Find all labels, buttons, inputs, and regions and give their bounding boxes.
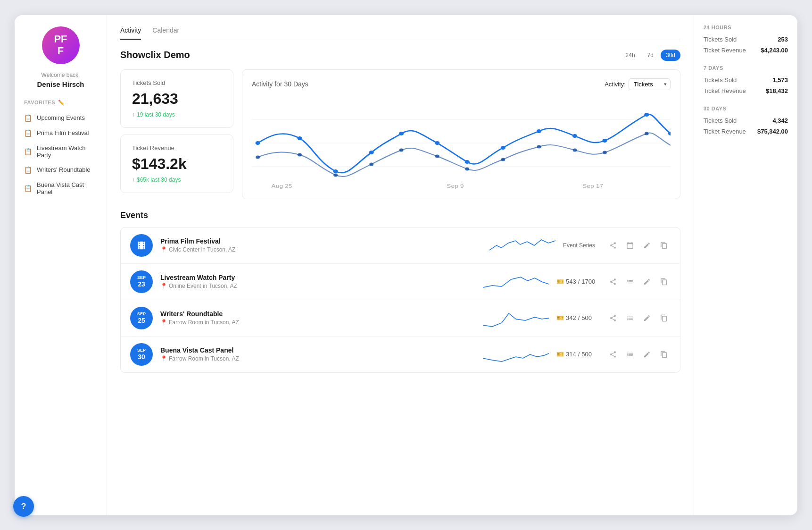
duplicate-icon[interactable] [657,311,671,325]
event-info-livestream: Livestream Watch Party 📍 Online Event in… [160,274,475,289]
tabs: Activity Calendar [120,26,680,40]
activity-select-wrapper: Activity: Tickets Revenue [605,78,671,90]
stat-card-label: Tickets Sold [132,79,222,86]
sidebar: PFF Welcome back, Denise Hirsch FAVORITE… [15,15,107,515]
location-pin-icon: 📍 [160,246,167,253]
event-name: Prima Film Festival [160,237,482,245]
location-pin-icon: 📍 [160,355,167,362]
events-title: Events [120,210,680,220]
panel-row-label: Tickets Sold [704,117,737,124]
edit-icon[interactable] [640,348,654,361]
edit-icon[interactable] [640,311,654,325]
event-name: Buena Vista Cast Panel [160,346,475,354]
location-pin-icon: 📍 [160,319,167,326]
svg-point-13 [602,139,607,143]
help-button[interactable]: ? [13,496,34,517]
panel-section-title-30d: 30 DAYS [704,106,788,111]
event-location: 📍 Online Event in Tucson, AZ [160,283,475,289]
nav-icon-livestream: 📋 [24,148,32,155]
svg-point-18 [333,173,338,177]
sidebar-item-upcoming-events[interactable]: 📋 Upcoming Events [15,110,107,126]
stat-card-label: Ticket Revenue [132,144,222,151]
sparkline-livestream [483,272,549,291]
sidebar-item-label: Prima Film Festival [37,129,89,136]
event-actions-livestream [606,275,671,288]
edit-icon[interactable] [640,275,654,288]
event-tickets-buena: 🎫 314 / 500 [556,351,599,358]
svg-point-25 [573,148,577,151]
list-icon[interactable] [623,275,637,288]
sidebar-item-label: Buena Vista Cast Panel [37,181,97,195]
chart-card: Activity for 30 Days Activity: Tickets R… [242,69,680,199]
duplicate-icon[interactable] [657,348,671,361]
svg-point-19 [369,162,373,166]
svg-point-9 [465,160,470,164]
event-location: 📍 Civic Center in Tucson, AZ [160,246,482,253]
share-icon[interactable] [606,348,620,361]
svg-point-5 [333,169,338,173]
svg-point-12 [572,134,577,138]
event-date-livestream: Sep 23 [130,270,153,293]
panel-row-label: Ticket Revenue [704,47,746,54]
svg-point-24 [537,145,541,148]
sidebar-item-prima-film[interactable]: 📋 Prima Film Festival [15,126,107,141]
share-icon[interactable] [606,239,620,252]
panel-row-value: $75,342.00 [757,128,788,135]
svg-point-7 [399,132,404,135]
duplicate-icon[interactable] [657,275,671,288]
duplicate-icon[interactable] [657,239,671,252]
list-icon[interactable] [623,311,637,325]
svg-point-16 [256,155,260,159]
time-filters: 24h 7d 30d [621,50,680,61]
svg-point-3 [256,141,260,145]
stat-card-change: ↑ $65k last 30 days [132,177,222,183]
chart-title: Activity for 30 Days [252,80,308,88]
event-tickets-writers: 🎫 342 / 500 [556,314,599,321]
panel-row-value: $4,243.00 [761,47,788,54]
panel-row-value: 253 [778,36,788,43]
panel-section-24h: 24 HOURS Tickets Sold 253 Ticket Revenue… [704,25,788,54]
event-row-prima: Prima Film Festival 📍 Civic Center in Tu… [121,227,680,264]
stat-card-tickets-sold: Tickets Sold 21,633 ↑ 19 last 30 days [120,69,233,128]
event-tickets-livestream: 🎫 543 / 1700 [556,278,599,285]
user-name: Denise Hirsch [37,80,84,88]
tab-calendar[interactable]: Calendar [152,26,179,40]
svg-point-26 [603,151,607,154]
activity-dropdown[interactable]: Tickets Revenue [629,78,671,90]
panel-section-title-7d: 7 DAYS [704,65,788,71]
time-filter-30d[interactable]: 30d [661,50,680,61]
film-icon [136,240,147,251]
svg-point-4 [297,136,302,140]
stat-card-value: 21,633 [132,90,222,108]
sidebar-item-buena-vista[interactable]: 📋 Buena Vista Cast Panel [15,177,107,199]
sidebar-item-writers[interactable]: 📋 Writers' Roundtable [15,162,107,177]
stat-card-value: $143.2k [132,155,222,173]
list-icon[interactable] [623,348,637,361]
edit-favorites-icon[interactable]: ✏️ [58,100,65,106]
tab-activity[interactable]: Activity [120,26,141,40]
time-filter-7d[interactable]: 7d [642,50,659,61]
sidebar-item-label: Livestream Watch Party [37,144,97,159]
edit-icon[interactable] [640,239,654,252]
sidebar-item-label: Upcoming Events [37,114,85,121]
panel-row-revenue-30d: Ticket Revenue $75,342.00 [704,128,788,135]
share-icon[interactable] [606,311,620,325]
nav-icon-upcoming: 📋 [24,114,32,122]
time-filter-24h[interactable]: 24h [621,50,640,61]
share-icon[interactable] [606,275,620,288]
page-title: Showclix Demo [120,50,190,60]
panel-row-revenue-7d: Ticket Revenue $18,432 [704,87,788,94]
event-icon-prima [130,234,153,257]
svg-point-14 [644,113,649,117]
event-info-buena: Buena Vista Cast Panel 📍 Farrow Room in … [160,346,475,362]
calendar-icon[interactable] [623,239,637,252]
event-actions-buena [606,348,671,361]
events-list: Prima Film Festival 📍 Civic Center in Tu… [120,227,680,373]
panel-row-tickets-24h: Tickets Sold 253 [704,36,788,43]
event-actions-prima [606,239,671,252]
event-name: Writers' Roundtable [160,310,475,318]
sidebar-item-livestream[interactable]: 📋 Livestream Watch Party [15,141,107,162]
svg-point-10 [501,146,505,150]
panel-section-title-24h: 24 HOURS [704,25,788,30]
up-arrow-icon: ↑ [132,111,135,118]
